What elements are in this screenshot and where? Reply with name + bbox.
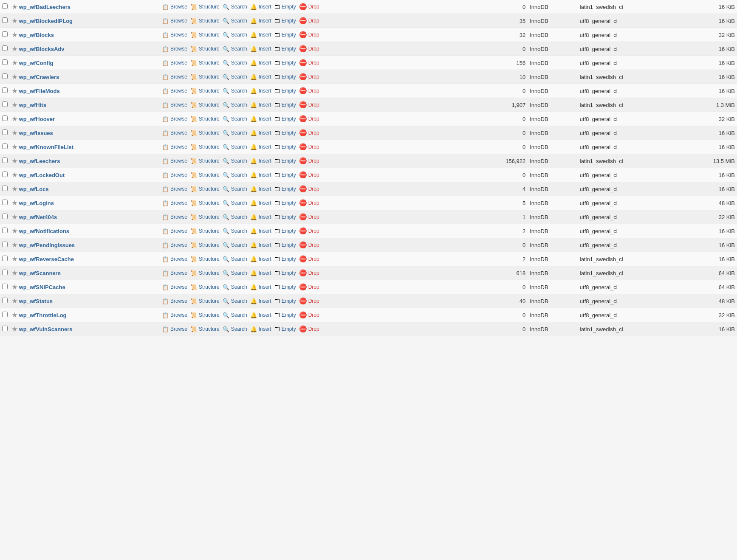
browse-link[interactable]: Browse (170, 284, 187, 290)
search-link[interactable]: Search (231, 256, 247, 262)
drop-icon[interactable]: ⛔ (299, 283, 307, 291)
row-checkbox[interactable] (0, 210, 10, 224)
insert-link[interactable]: Insert (259, 144, 271, 150)
row-checkbox[interactable] (0, 14, 10, 28)
row-checkbox[interactable] (0, 238, 10, 252)
insert-link[interactable]: Insert (259, 256, 271, 262)
drop-link[interactable]: Drop (308, 284, 319, 290)
empty-link[interactable]: Empty (282, 18, 296, 24)
row-checkbox[interactable] (0, 182, 10, 196)
table-name-link[interactable]: wp_wfCrawlers (19, 74, 59, 80)
drop-link[interactable]: Drop (308, 214, 319, 220)
empty-link[interactable]: Empty (282, 256, 296, 262)
structure-link[interactable]: Structure (199, 32, 220, 38)
search-link[interactable]: Search (231, 284, 247, 290)
drop-link[interactable]: Drop (308, 144, 319, 150)
browse-link[interactable]: Browse (170, 46, 187, 52)
star-icon[interactable]: ★ (12, 186, 17, 192)
search-link[interactable]: Search (231, 214, 247, 220)
row-checkbox[interactable] (0, 56, 10, 70)
row-checkbox[interactable] (0, 98, 10, 112)
browse-link[interactable]: Browse (170, 242, 187, 248)
table-name-link[interactable]: wp_wfLocs (19, 186, 49, 192)
empty-link[interactable]: Empty (282, 74, 296, 80)
drop-link[interactable]: Drop (308, 4, 319, 10)
table-name-link[interactable]: wp_wfLogins (19, 200, 54, 206)
empty-link[interactable]: Empty (282, 228, 296, 234)
table-name-link[interactable]: wp_wfBlocks (19, 32, 54, 38)
search-link[interactable]: Search (231, 200, 247, 206)
browse-link[interactable]: Browse (170, 186, 187, 192)
structure-link[interactable]: Structure (199, 256, 220, 262)
structure-link[interactable]: Structure (199, 326, 220, 332)
drop-link[interactable]: Drop (308, 256, 319, 262)
empty-link[interactable]: Empty (282, 32, 296, 38)
star-icon[interactable]: ★ (12, 298, 17, 304)
row-checkbox[interactable] (0, 126, 10, 140)
search-link[interactable]: Search (231, 144, 247, 150)
browse-link[interactable]: Browse (170, 116, 187, 122)
star-icon[interactable]: ★ (12, 158, 17, 164)
table-name-link[interactable]: wp_wfVulnScanners (19, 326, 73, 332)
browse-link[interactable]: Browse (170, 256, 187, 262)
insert-link[interactable]: Insert (259, 186, 271, 192)
empty-link[interactable]: Empty (282, 144, 296, 150)
insert-link[interactable]: Insert (259, 4, 271, 10)
table-name-link[interactable]: wp_wfConfig (19, 60, 54, 66)
structure-link[interactable]: Structure (199, 186, 220, 192)
empty-link[interactable]: Empty (282, 270, 296, 276)
drop-link[interactable]: Drop (308, 18, 319, 24)
empty-link[interactable]: Empty (282, 116, 296, 122)
star-icon[interactable]: ★ (12, 87, 17, 94)
drop-icon[interactable]: ⛔ (299, 143, 307, 151)
search-link[interactable]: Search (231, 116, 247, 122)
insert-link[interactable]: Insert (259, 74, 271, 80)
drop-icon[interactable]: ⛔ (299, 157, 307, 165)
structure-link[interactable]: Structure (199, 312, 220, 318)
row-checkbox[interactable] (0, 266, 10, 280)
search-link[interactable]: Search (231, 4, 247, 10)
insert-link[interactable]: Insert (259, 270, 271, 276)
search-link[interactable]: Search (231, 186, 247, 192)
insert-link[interactable]: Insert (259, 242, 271, 248)
browse-link[interactable]: Browse (170, 158, 187, 164)
browse-link[interactable]: Browse (170, 4, 187, 10)
insert-link[interactable]: Insert (259, 298, 271, 304)
search-link[interactable]: Search (231, 172, 247, 178)
insert-link[interactable]: Insert (259, 284, 271, 290)
star-icon[interactable]: ★ (12, 172, 17, 178)
browse-link[interactable]: Browse (170, 270, 187, 276)
star-icon[interactable]: ★ (12, 214, 17, 220)
drop-icon[interactable]: ⛔ (299, 129, 307, 137)
drop-link[interactable]: Drop (308, 326, 319, 332)
row-checkbox[interactable] (0, 280, 10, 294)
drop-link[interactable]: Drop (308, 74, 319, 80)
row-checkbox[interactable] (0, 28, 10, 42)
row-checkbox[interactable] (0, 196, 10, 210)
empty-link[interactable]: Empty (282, 298, 296, 304)
insert-link[interactable]: Insert (259, 312, 271, 318)
row-checkbox[interactable] (0, 112, 10, 126)
insert-link[interactable]: Insert (259, 326, 271, 332)
browse-link[interactable]: Browse (170, 130, 187, 136)
row-checkbox[interactable] (0, 322, 10, 336)
drop-link[interactable]: Drop (308, 46, 319, 52)
table-name-link[interactable]: wp_wfHoover (19, 116, 55, 122)
search-link[interactable]: Search (231, 312, 247, 318)
table-name-link[interactable]: wp_wfKnownFileList (19, 144, 74, 150)
search-link[interactable]: Search (231, 242, 247, 248)
structure-link[interactable]: Structure (199, 116, 220, 122)
browse-link[interactable]: Browse (170, 102, 187, 108)
structure-link[interactable]: Structure (199, 4, 220, 10)
browse-link[interactable]: Browse (170, 32, 187, 38)
browse-link[interactable]: Browse (170, 214, 187, 220)
star-icon[interactable]: ★ (12, 144, 17, 150)
star-icon[interactable]: ★ (12, 270, 17, 276)
drop-icon[interactable]: ⛔ (299, 73, 307, 81)
insert-link[interactable]: Insert (259, 228, 271, 234)
insert-link[interactable]: Insert (259, 130, 271, 136)
structure-link[interactable]: Structure (199, 60, 220, 66)
drop-icon[interactable]: ⛔ (299, 227, 307, 235)
search-link[interactable]: Search (231, 298, 247, 304)
structure-link[interactable]: Structure (199, 144, 220, 150)
